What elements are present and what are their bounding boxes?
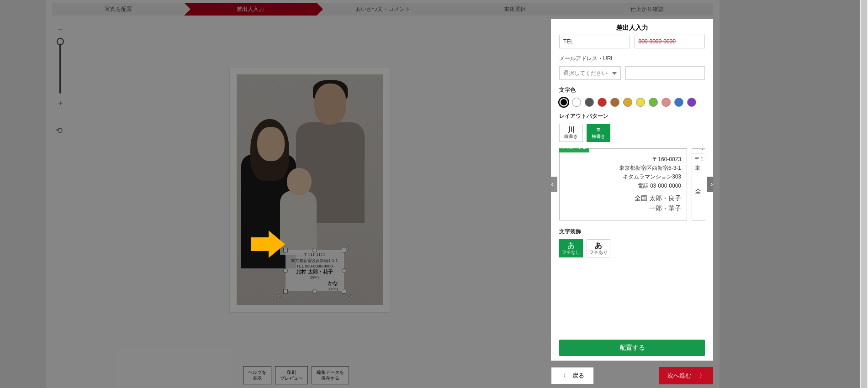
rotate-arrow-icon[interactable]: ↘	[346, 290, 353, 300]
color-swatch-white[interactable]	[572, 98, 581, 107]
card-tel: TEL 000-0000-0000	[287, 264, 343, 268]
color-swatch-blue[interactable]	[674, 98, 683, 107]
card-kana: かな	[287, 280, 343, 287]
step-photo[interactable]: 写真を配置	[52, 3, 184, 16]
zoom-slider[interactable]	[59, 39, 61, 94]
pattern-card-1[interactable]: パターン1 〒160-0023 東京都新宿区西新宿6-3-1 キタムラマンション…	[559, 148, 687, 220]
sender-textbox[interactable]: 〒111-1111 東京都新宿区西新宿1-1-1 TEL 000-0000-00…	[286, 250, 344, 291]
next-button[interactable]: 次へ進む 〉	[659, 367, 713, 384]
card-preview[interactable]: 〒111-1111 東京都新宿区西新宿1-1-1 TEL 000-0000-00…	[230, 68, 390, 312]
print-preview-button[interactable]: 印刷プレビュー	[275, 366, 308, 384]
mail-type-select[interactable]: 選択してください	[559, 66, 621, 80]
card-address: 東京都新宿区西新宿1-1-1	[287, 258, 343, 264]
color-swatch-yellow[interactable]	[636, 98, 645, 107]
save-data-button[interactable]: 編集データを保存する	[312, 366, 349, 384]
progress-steps: 写真を配置 差出人入力 あいさつ文・コメント 書体選択 仕上がり確認	[52, 3, 713, 16]
chevron-right-icon: 〉	[699, 372, 705, 380]
card-name: 北村 太郎・花子	[287, 268, 343, 275]
color-swatch-red[interactable]	[598, 98, 607, 107]
help-button[interactable]: ヘルプを表示	[243, 366, 271, 384]
pattern-tag-2: パタ	[692, 148, 705, 153]
back-button[interactable]: 〈 戻る	[551, 367, 594, 384]
pattern-next-button[interactable]: ›	[707, 177, 713, 192]
color-swatches	[559, 98, 705, 107]
pattern-prev-button[interactable]: ‹	[551, 177, 557, 192]
color-swatch-purple[interactable]	[687, 98, 696, 107]
family-photo: 〒111-1111 東京都新宿区西新宿1-1-1 TEL 000-0000-00…	[237, 74, 383, 305]
pattern-list: パターン1 〒160-0023 東京都新宿区西新宿6-3-1 キタムラマンション…	[559, 148, 705, 220]
sender-panel: 差出人入力 TEL 000-0000-0000 メールアドレス・URL 選択して…	[551, 19, 713, 361]
color-label: 文字色	[559, 86, 705, 94]
mail-input[interactable]	[625, 66, 705, 80]
zoom-in-icon[interactable]: ＋	[56, 98, 65, 107]
tel-type-select[interactable]: TEL	[559, 35, 630, 48]
rotate-arrow-icon[interactable]: ↗	[346, 241, 353, 252]
place-button[interactable]: 配置する	[559, 340, 705, 356]
step-greeting[interactable]: あいさつ文・コメント	[317, 3, 449, 16]
card-postal: 〒111-1111	[287, 252, 343, 258]
page-scroll-thumb[interactable]	[861, 0, 867, 388]
page-scrollbar[interactable]	[860, 0, 868, 388]
resize-handle-r[interactable]	[342, 268, 346, 273]
color-swatch-green[interactable]	[649, 98, 658, 107]
vertical-lines-icon: 川	[568, 126, 575, 133]
panel-scroll[interactable]: TEL 000-0000-0000 メールアドレス・URL 選択してください 文…	[551, 35, 713, 335]
layout-vertical-button[interactable]: 川 縦書き	[559, 124, 583, 142]
canvas: 〒111-1111 東京都新宿区西新宿1-1-1 TEL 000-0000-00…	[73, 21, 546, 358]
deco-label: 文字装飾	[559, 228, 705, 236]
nav-footer: 〈 戻る 次へ進む 〉	[551, 367, 713, 384]
horizontal-lines-icon: ≡	[597, 126, 601, 133]
resize-handle-bl[interactable]	[283, 289, 288, 294]
step-confirm[interactable]: 仕上がり確認	[581, 3, 713, 16]
deco-none-button[interactable]: あ フチなし	[559, 239, 583, 257]
deco-border-button[interactable]: あ フチあり	[587, 239, 610, 257]
tel-input[interactable]: 000-0000-0000	[635, 35, 705, 48]
zoom-handle[interactable]	[57, 38, 64, 45]
bottom-toolbar: ヘルプを表示 印刷プレビュー 編集データを保存する	[46, 366, 546, 384]
card-name-sub1: (田中)	[287, 275, 343, 280]
rotate-icon[interactable]: ⟲	[56, 126, 65, 135]
color-swatch-dkgray[interactable]	[585, 98, 594, 107]
layout-horizontal-button[interactable]: ≡ 横書き	[587, 124, 610, 142]
zoom-out-icon[interactable]: −	[56, 25, 65, 34]
step-font[interactable]: 書体選択	[449, 3, 581, 16]
chevron-left-icon: 〈	[561, 372, 566, 380]
resize-handle-b[interactable]	[312, 289, 317, 294]
rotate-arrow-icon[interactable]: ↙	[277, 290, 284, 300]
app-window: 写真を配置 差出人入力 あいさつ文・コメント 書体選択 仕上がり確認 − ＋ ⟲	[46, 0, 720, 388]
panel-title: 差出人入力	[551, 19, 713, 35]
layout-label: レイアウトパターン	[559, 112, 705, 120]
pattern-card-2[interactable]: パタ 〒1 東 全	[692, 148, 705, 220]
pattern-tag-1: パターン1	[559, 148, 589, 152]
color-swatch-black[interactable]	[559, 98, 568, 107]
resize-handle-t[interactable]	[312, 248, 317, 252]
resize-handle-l[interactable]	[283, 268, 288, 273]
step-sender[interactable]: 差出人入力	[184, 3, 316, 16]
color-swatch-pink[interactable]	[662, 98, 671, 107]
color-swatch-brown[interactable]	[610, 98, 619, 107]
color-swatch-gold[interactable]	[623, 98, 632, 107]
mail-label: メールアドレス・URL	[559, 55, 705, 63]
zoom-toolbar: − ＋ ⟲	[51, 25, 69, 135]
